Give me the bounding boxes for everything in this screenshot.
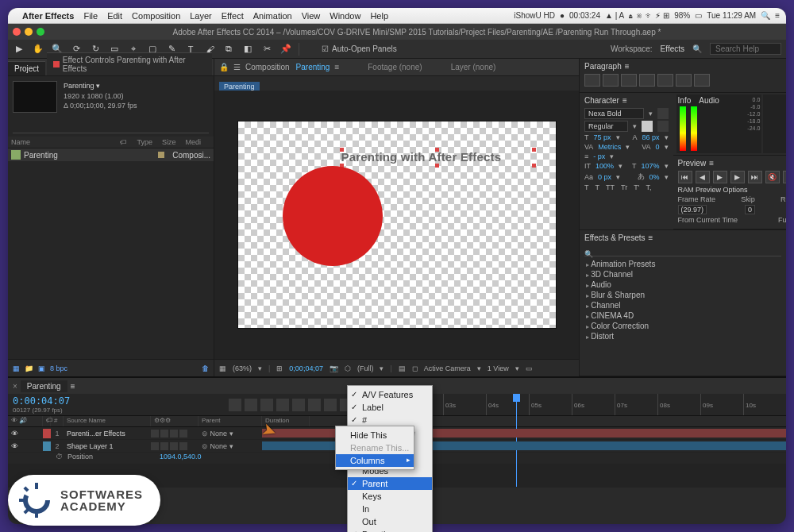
canvas-text-layer[interactable]: Parenting with After Effects bbox=[341, 150, 502, 164]
checkbox-icon[interactable]: ☑ bbox=[322, 44, 329, 53]
tl-comp-button[interactable] bbox=[245, 399, 257, 411]
ctx-col--[interactable]: # bbox=[348, 414, 432, 426]
effects-category[interactable]: Distort bbox=[584, 331, 781, 341]
selection-handle[interactable] bbox=[435, 148, 439, 152]
menu-composition[interactable]: Composition bbox=[132, 11, 180, 21]
workspace-dropdown[interactable]: Effects bbox=[661, 44, 684, 53]
ctx-col-out[interactable]: Out bbox=[348, 515, 432, 528]
fullscreen-checkbox[interactable]: Full Screen bbox=[778, 216, 786, 224]
layer-name[interactable]: Parenti...er Effects bbox=[64, 430, 151, 438]
baseline[interactable]: 0 px bbox=[598, 173, 611, 181]
stopwatch-icon[interactable]: ⏱ bbox=[56, 453, 63, 464]
selection-handle[interactable] bbox=[532, 148, 536, 152]
menu-effect[interactable]: Effect bbox=[222, 11, 244, 21]
from-current-checkbox[interactable]: From Current Time bbox=[678, 216, 738, 224]
ctx-col-parent[interactable]: Parent bbox=[348, 477, 432, 490]
ctx-columns[interactable]: Columns bbox=[336, 454, 414, 467]
layer-label-color[interactable] bbox=[43, 429, 51, 438]
effects-search[interactable]: 🔍 bbox=[584, 245, 781, 256]
tab-effect-controls[interactable]: Effect Controls Parenting with After Eff… bbox=[47, 52, 212, 75]
menu-extra-icon[interactable]: ≡ bbox=[775, 11, 780, 20]
menu-edit[interactable]: Edit bbox=[107, 11, 122, 21]
traffic-lights[interactable] bbox=[13, 28, 44, 36]
grid-icon[interactable]: ▦ bbox=[219, 364, 226, 372]
skip-dropdown[interactable]: 0 bbox=[745, 205, 755, 214]
ctx-col-label[interactable]: Label bbox=[348, 401, 432, 414]
zoom-icon[interactable] bbox=[37, 28, 44, 36]
subscript[interactable]: T, bbox=[646, 183, 651, 191]
guides-icon[interactable]: ▤ bbox=[399, 364, 406, 372]
parent-dropdown[interactable]: None bbox=[210, 442, 228, 450]
faux-bold[interactable]: T bbox=[584, 183, 589, 191]
effects-category[interactable]: CINEMA 4D bbox=[584, 310, 781, 321]
auto-open-panels[interactable]: ☑ Auto-Open Panels bbox=[322, 44, 397, 53]
effects-category[interactable]: 3D Channel bbox=[584, 269, 781, 279]
tsume[interactable]: 0% bbox=[649, 173, 660, 181]
property-value[interactable]: 1094.0,540.0 bbox=[160, 453, 202, 464]
ctx-col-in[interactable]: In bbox=[348, 503, 432, 515]
menu-view[interactable]: View bbox=[302, 11, 321, 21]
menu-layer[interactable]: Layer bbox=[190, 11, 212, 21]
justify-last-center-button[interactable] bbox=[657, 74, 673, 87]
justify-last-left-button[interactable] bbox=[639, 74, 655, 87]
tl-fx-button[interactable] bbox=[276, 399, 289, 411]
next-frame-button[interactable]: ▶ bbox=[730, 171, 745, 183]
tab-footage[interactable]: Footage (none) bbox=[368, 63, 422, 71]
timeline-timecode[interactable]: 0:00:04:07 00127 (29.97 fps) bbox=[8, 394, 95, 415]
panel-menu-icon[interactable]: ☰ bbox=[233, 63, 241, 71]
tl-graph-button[interactable] bbox=[324, 399, 337, 411]
justify-all-button[interactable] bbox=[694, 74, 710, 87]
effects-category[interactable]: Channel bbox=[584, 300, 781, 310]
comp-thumbnail[interactable] bbox=[13, 81, 57, 113]
first-frame-button[interactable]: ⏮ bbox=[678, 171, 692, 183]
mute-button[interactable]: 🔇 bbox=[765, 171, 780, 183]
search-help-input[interactable] bbox=[710, 43, 781, 55]
stroke-width[interactable]: - px bbox=[593, 152, 605, 160]
puppet-tool-icon[interactable]: 📌 bbox=[279, 43, 292, 56]
res-icon[interactable]: ⊞ bbox=[276, 364, 283, 372]
layer-label-color[interactable] bbox=[43, 441, 51, 451]
col-source-name[interactable]: Source Name bbox=[64, 416, 151, 426]
framerate-dropdown[interactable]: (29.97) bbox=[678, 205, 707, 214]
layer-name[interactable]: Shape Layer 1 bbox=[64, 442, 151, 450]
col-switches[interactable]: ⚙⚙⚙ bbox=[151, 416, 198, 426]
selection-handle[interactable] bbox=[435, 164, 439, 168]
bpc-button[interactable]: 8 bpc bbox=[50, 364, 67, 372]
col-parent[interactable]: Parent bbox=[198, 416, 262, 426]
selection-tool-icon[interactable]: ▶ bbox=[13, 43, 25, 56]
hscale[interactable]: 107% bbox=[642, 162, 660, 170]
align-left-button[interactable] bbox=[584, 74, 600, 87]
close-icon[interactable] bbox=[13, 28, 21, 36]
font-size[interactable]: 75 px bbox=[594, 133, 611, 141]
align-center-button[interactable] bbox=[603, 74, 619, 87]
roto-tool-icon[interactable]: ✂ bbox=[260, 43, 273, 56]
faux-italic[interactable]: T bbox=[596, 183, 600, 191]
canvas-shape-layer[interactable] bbox=[283, 166, 383, 266]
tl-shy-button[interactable] bbox=[260, 399, 273, 411]
folder-icon[interactable]: 📁 bbox=[25, 364, 33, 372]
align-right-button[interactable] bbox=[621, 74, 637, 87]
new-comp-icon[interactable]: ▣ bbox=[38, 364, 45, 372]
parent-dropdown[interactable]: None bbox=[210, 430, 228, 438]
interpret-icon[interactable]: ▦ bbox=[13, 364, 20, 372]
all-caps[interactable]: TT bbox=[606, 183, 615, 191]
tab-composition[interactable]: Parenting bbox=[296, 63, 330, 71]
menu-animation[interactable]: Animation bbox=[253, 11, 292, 21]
tl-search-icon[interactable] bbox=[229, 399, 241, 411]
effects-category[interactable]: Animation Presets bbox=[584, 259, 781, 269]
eye-icon[interactable]: 👁 bbox=[11, 442, 19, 450]
stamp-tool-icon[interactable]: ⧉ bbox=[222, 43, 235, 56]
prev-frame-button[interactable]: ◀ bbox=[696, 171, 710, 183]
tracking[interactable]: 0 bbox=[656, 143, 660, 151]
snapshot-icon[interactable]: 📷 bbox=[330, 364, 338, 372]
col-label[interactable]: 🏷 bbox=[43, 416, 51, 426]
eye-icon[interactable]: 👁 bbox=[11, 430, 19, 438]
view-dropdown[interactable]: 1 View bbox=[488, 364, 509, 372]
ctx-hide-this[interactable]: Hide This bbox=[336, 429, 414, 441]
minimize-icon[interactable] bbox=[25, 28, 33, 36]
kerning[interactable]: Metrics bbox=[598, 143, 621, 151]
effects-category[interactable]: Color Correction bbox=[584, 321, 781, 331]
timecode[interactable]: 0;00;04;07 bbox=[289, 364, 323, 372]
app-name[interactable]: After Effects bbox=[22, 11, 74, 21]
camera-dropdown[interactable]: Active Camera bbox=[424, 364, 471, 372]
